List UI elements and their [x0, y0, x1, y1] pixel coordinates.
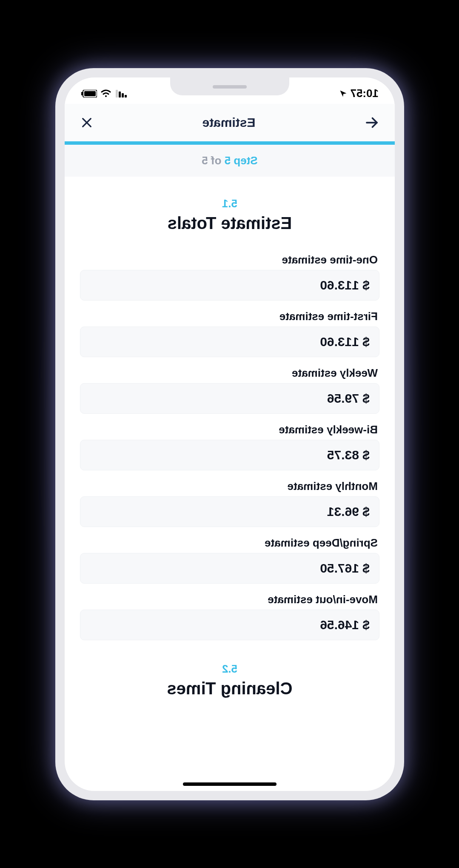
section-number-2: 5.2 [80, 662, 379, 676]
estimate-label: One-time estimate [80, 253, 379, 266]
estimate-item: Spring/Deep estimate$ 167.50 [80, 536, 379, 584]
estimate-item: Weekly estimate$ 79.56 [80, 367, 379, 414]
section-number-1: 5.1 [80, 197, 379, 210]
estimate-label: Spring/Deep estimate [80, 536, 379, 550]
estimate-item: Monthly estimate$ 96.31 [80, 480, 379, 527]
nav-header: Estimate [65, 104, 395, 141]
estimate-item: One-time estimate$ 113.60 [80, 253, 379, 301]
battery-icon [81, 90, 97, 97]
estimate-value[interactable]: $ 113.60 [80, 327, 379, 357]
section-title-1: Estimate Totals [80, 214, 379, 233]
phone-frame: 10:57 [55, 68, 404, 800]
page-title: Estimate [202, 115, 255, 130]
svg-rect-1 [122, 93, 124, 97]
estimate-label: Bi-weekly estimate [80, 423, 379, 436]
estimate-label: Weekly estimate [80, 367, 379, 380]
main-content: 5.1 Estimate Totals One-time estimate$ 1… [65, 177, 395, 698]
estimate-value[interactable]: $ 113.60 [80, 270, 379, 301]
close-button[interactable] [80, 116, 94, 129]
home-indicator[interactable] [183, 782, 277, 786]
location-icon [339, 89, 348, 98]
svg-rect-0 [125, 95, 127, 97]
estimate-value[interactable]: $ 167.50 [80, 553, 379, 584]
estimates-list: One-time estimate$ 113.60First-time esti… [80, 253, 379, 640]
section-2-header: 5.2 Cleaning Times [80, 662, 379, 698]
estimate-value[interactable]: $ 79.56 [80, 383, 379, 414]
step-prefix: Step [231, 154, 258, 167]
cellular-icon [115, 90, 127, 97]
progress-bar [65, 141, 395, 145]
estimate-item: First-time estimate$ 113.60 [80, 310, 379, 357]
step-indicator: Step 5 of 5 [65, 145, 395, 177]
status-time-area: 10:57 [339, 87, 379, 100]
svg-rect-2 [119, 92, 121, 97]
wifi-icon [100, 89, 111, 98]
estimate-label: First-time estimate [80, 310, 379, 323]
notch [170, 77, 289, 95]
section-title-2: Cleaning Times [80, 679, 379, 698]
step-current: 5 [224, 154, 230, 167]
estimate-label: Move-in/out estimate [80, 593, 379, 606]
estimate-value[interactable]: $ 96.31 [80, 496, 379, 527]
status-indicators [81, 89, 127, 98]
status-time: 10:57 [350, 87, 379, 100]
step-of: of [208, 154, 224, 167]
phone-screen: 10:57 [65, 77, 395, 791]
estimate-value[interactable]: $ 83.75 [80, 440, 379, 470]
svg-rect-6 [81, 92, 83, 95]
svg-rect-5 [84, 91, 96, 96]
step-total: 5 [202, 154, 208, 167]
svg-rect-3 [116, 90, 118, 97]
estimate-item: Move-in/out estimate$ 146.56 [80, 593, 379, 640]
estimate-item: Bi-weekly estimate$ 83.75 [80, 423, 379, 470]
estimate-value[interactable]: $ 146.56 [80, 610, 379, 640]
estimate-label: Monthly estimate [80, 480, 379, 493]
back-button[interactable] [364, 115, 379, 130]
